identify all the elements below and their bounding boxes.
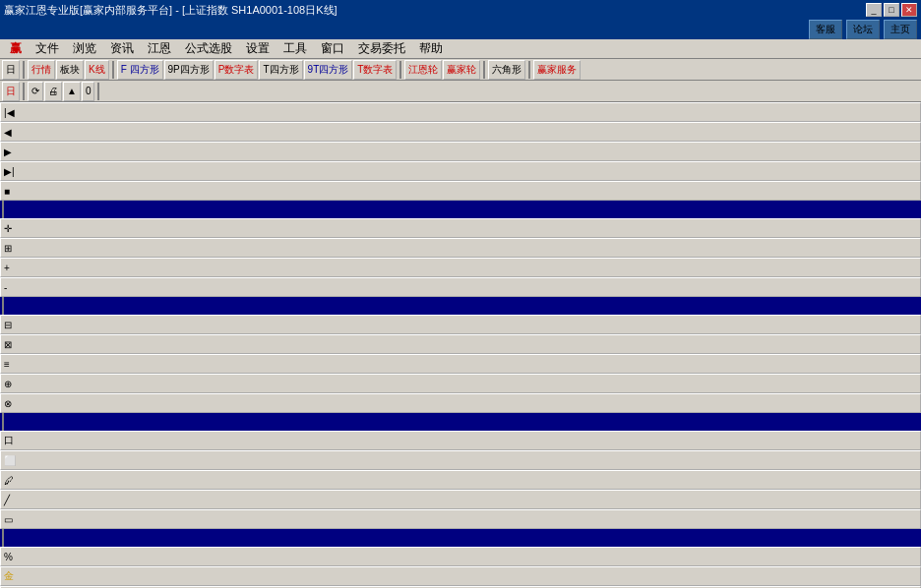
menu-settings[interactable]: 设置 bbox=[240, 38, 276, 59]
tb-box-split[interactable]: 口 bbox=[0, 431, 921, 450]
menu-file[interactable]: 文件 bbox=[30, 38, 65, 59]
service-btn-kefu[interactable]: 客服 bbox=[809, 20, 842, 39]
menu-win[interactable]: 赢 bbox=[4, 38, 28, 59]
tb-9p4[interactable]: 9P四方形 bbox=[164, 60, 214, 80]
tb-board[interactable]: 板块 bbox=[56, 60, 84, 80]
tb-misc1[interactable]: ⊕ bbox=[0, 374, 921, 393]
sep9 bbox=[2, 297, 4, 315]
tb-gold1[interactable]: 金 bbox=[0, 566, 921, 586]
tb-ruler[interactable]: ▭ bbox=[0, 509, 921, 529]
close-button[interactable]: ✕ bbox=[901, 3, 917, 17]
title-bar: 赢家江恩专业版[赢家内部服务平台] - [上证指数 SH1A0001-108日K… bbox=[0, 0, 921, 20]
menu-trade[interactable]: 交易委托 bbox=[352, 38, 411, 59]
tb-quote[interactable]: 行情 bbox=[28, 60, 55, 80]
window-title: 赢家江恩专业版[赢家内部服务平台] - [上证指数 SH1A0001-108日K… bbox=[4, 3, 338, 18]
sep1 bbox=[23, 61, 25, 79]
tb-split2[interactable]: ⊠ bbox=[0, 334, 921, 354]
sep4 bbox=[483, 61, 485, 79]
menu-tools[interactable]: 工具 bbox=[277, 38, 313, 59]
tb-split[interactable]: ⊟ bbox=[0, 315, 921, 334]
sep2 bbox=[112, 61, 114, 79]
tb-day[interactable]: 日 bbox=[2, 60, 20, 80]
tb-refresh[interactable]: ⟳ bbox=[28, 82, 43, 101]
tb-zoom-out[interactable]: - bbox=[0, 277, 921, 297]
sep8 bbox=[2, 201, 4, 218]
menu-browse[interactable]: 浏览 bbox=[67, 38, 102, 59]
tb-9t4[interactable]: 9T四方形 bbox=[304, 60, 353, 80]
tb-p4[interactable]: P数字表 bbox=[215, 60, 259, 80]
menu-bar: 赢 文件 浏览 资讯 江恩 公式选股 设置 工具 窗口 交易委托 帮助 bbox=[0, 39, 921, 59]
tb-kline[interactable]: K线 bbox=[85, 60, 109, 80]
menu-help[interactable]: 帮助 bbox=[413, 38, 449, 59]
tb-zoom-in[interactable]: + bbox=[0, 258, 921, 277]
minimize-button[interactable]: _ bbox=[866, 3, 882, 17]
sep6 bbox=[23, 83, 25, 100]
toolbar2: 日 ⟳ 🖨 ▲ 0 bbox=[0, 81, 921, 102]
tb-t4[interactable]: T四方形 bbox=[259, 60, 302, 80]
menu-gann[interactable]: 江恩 bbox=[142, 38, 177, 59]
service-bar: 客服 论坛 主页 bbox=[0, 20, 921, 39]
maximize-button[interactable]: □ bbox=[884, 3, 899, 17]
tb-grid[interactable]: ⊞ bbox=[0, 238, 921, 258]
tb-play[interactable]: ▶ bbox=[0, 142, 921, 161]
tb-f4-1[interactable]: F 四方形 bbox=[117, 60, 163, 80]
tb-box2[interactable]: ⬜ bbox=[0, 450, 921, 470]
tb-cross[interactable]: ✛ bbox=[0, 218, 921, 238]
tb-next[interactable]: ▶| bbox=[0, 161, 921, 181]
tb-brush[interactable]: 🖊 bbox=[0, 470, 921, 490]
tb-prev[interactable]: ◀ bbox=[0, 122, 921, 142]
menu-info[interactable]: 资讯 bbox=[104, 38, 140, 59]
tb-period-d[interactable]: 日 bbox=[2, 82, 20, 101]
tb-gann-wheel[interactable]: 江恩轮 bbox=[404, 60, 442, 80]
tb-tnum[interactable]: T数字表 bbox=[353, 60, 397, 80]
tb-print[interactable]: 🖨 bbox=[44, 82, 62, 101]
tb-compare[interactable]: ≡ bbox=[0, 354, 921, 374]
menu-formula[interactable]: 公式选股 bbox=[179, 38, 238, 59]
tb-stop[interactable]: ■ bbox=[0, 181, 921, 201]
sep3 bbox=[399, 61, 401, 79]
tb-arrow1[interactable]: ▲ bbox=[63, 82, 81, 101]
tb-win-wheel[interactable]: 赢家轮 bbox=[443, 60, 480, 80]
toolbar1: 日 行情 板块 K线 F 四方形 9P四方形 P数字表 T四方形 9T四方形 T… bbox=[0, 59, 921, 81]
tb-hexagon[interactable]: 六角形 bbox=[488, 60, 525, 80]
tb-line[interactable]: ╱ bbox=[0, 490, 921, 509]
tb-prev-prev[interactable]: |◀ bbox=[0, 102, 921, 122]
sep10 bbox=[2, 413, 4, 431]
sep11 bbox=[2, 529, 4, 547]
menu-window[interactable]: 窗口 bbox=[315, 38, 350, 59]
tb-win-service[interactable]: 赢家服务 bbox=[533, 60, 581, 80]
tb-misc2[interactable]: ⊗ bbox=[0, 393, 921, 413]
service-btn-luntan[interactable]: 论坛 bbox=[846, 20, 880, 39]
sep5 bbox=[528, 61, 530, 79]
tb-percent[interactable]: % bbox=[0, 547, 921, 566]
sep7 bbox=[97, 83, 99, 100]
tb-num0[interactable]: 0 bbox=[82, 82, 95, 101]
service-btn-zhuye[interactable]: 主页 bbox=[884, 20, 917, 39]
